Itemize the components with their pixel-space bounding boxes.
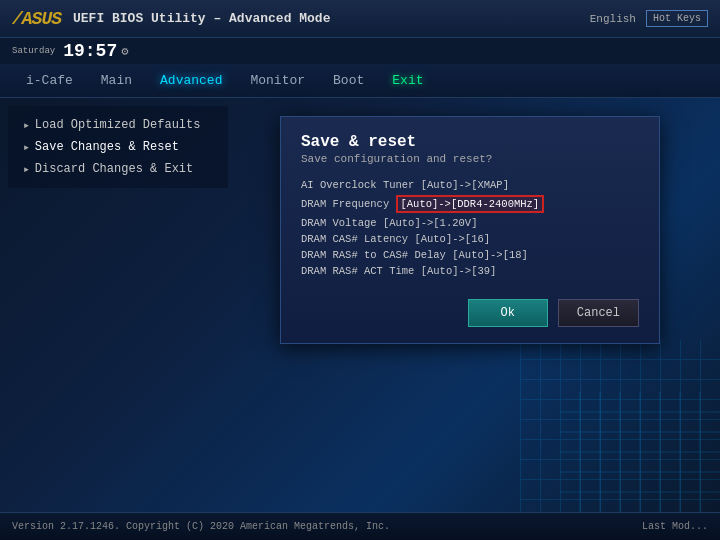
hotkeys-button[interactable]: Hot Keys [646, 10, 708, 27]
sidebar-item-save-reset[interactable]: Save Changes & Reset [24, 136, 212, 158]
header-right: English Hot Keys [590, 10, 708, 27]
bios-title: UEFI BIOS Utility – Advanced Mode [73, 11, 590, 26]
config-text-6: DRAM RAS# ACT Time [Auto]->[39] [301, 265, 496, 277]
sidebar-label-discard: Discard Changes & Exit [35, 162, 193, 176]
nav-item-boot[interactable]: Boot [319, 69, 378, 92]
nav-item-main[interactable]: Main [87, 69, 146, 92]
datetime-bar: Saturday 19:57 ⚙ [0, 38, 720, 64]
footer-bar: Version 2.17.1246. Copyright (C) 2020 Am… [0, 512, 720, 540]
dialog-subtitle: Save configuration and reset? [301, 153, 639, 165]
config-item-1: AI Overclock Tuner [Auto]->[XMAP] [301, 177, 639, 193]
config-item-2: DRAM Frequency [Auto]->[DDR4-2400MHz] [301, 193, 639, 215]
weekday: Saturday [12, 46, 55, 56]
sidebar-item-load-defaults[interactable]: Load Optimized Defaults [24, 114, 212, 136]
config-text-5: DRAM RAS# to CAS# Delay [Auto]->[18] [301, 249, 528, 261]
dialog-buttons: Ok Cancel [301, 299, 639, 327]
config-text-3: DRAM Voltage [Auto]->[1.20V] [301, 217, 477, 229]
cancel-button[interactable]: Cancel [558, 299, 639, 327]
nav-bar: i-Cafe Main Advanced Monitor Boot Exit [0, 64, 720, 98]
config-item-3: DRAM Voltage [Auto]->[1.20V] [301, 215, 639, 231]
decorative-circuit [560, 392, 720, 512]
save-reset-dialog: Save & reset Save configuration and rese… [280, 116, 660, 344]
config-highlight-2: [Auto]->[DDR4-2400MHz] [396, 195, 545, 213]
config-item-6: DRAM RAS# ACT Time [Auto]->[39] [301, 263, 639, 279]
config-prefix-2: DRAM Frequency [301, 198, 396, 210]
ok-button[interactable]: Ok [468, 299, 548, 327]
dialog-title: Save & reset [301, 133, 639, 151]
footer-mode: Last Mod... [642, 521, 708, 532]
sidebar-label-save: Save Changes & Reset [35, 140, 179, 154]
nav-item-exit[interactable]: Exit [378, 69, 437, 92]
left-panel: Load Optimized Defaults Save Changes & R… [8, 106, 228, 354]
nav-item-advanced[interactable]: Advanced [146, 69, 236, 92]
nav-item-icafe[interactable]: i-Cafe [12, 69, 87, 92]
dialog-overlay: Save & reset Save configuration and rese… [228, 106, 712, 354]
config-item-5: DRAM RAS# to CAS# Delay [Auto]->[18] [301, 247, 639, 263]
config-item-4: DRAM CAS# Latency [Auto]->[16] [301, 231, 639, 247]
language-label: English [590, 13, 636, 25]
config-text-4: DRAM CAS# Latency [Auto]->[16] [301, 233, 490, 245]
date-display: Saturday [12, 46, 55, 56]
main-area: Load Optimized Defaults Save Changes & R… [0, 98, 720, 362]
time-display: 19:57 [63, 41, 117, 61]
asus-logo: /ASUS [12, 9, 61, 29]
config-text-1: AI Overclock Tuner [Auto]->[XMAP] [301, 179, 509, 191]
sidebar-menu: Load Optimized Defaults Save Changes & R… [8, 106, 228, 188]
sidebar-label-load: Load Optimized Defaults [35, 118, 201, 132]
gear-icon[interactable]: ⚙ [121, 44, 128, 59]
footer-version: Version 2.17.1246. Copyright (C) 2020 Am… [12, 521, 390, 532]
header-bar: /ASUS UEFI BIOS Utility – Advanced Mode … [0, 0, 720, 38]
nav-item-monitor[interactable]: Monitor [236, 69, 319, 92]
sidebar-item-discard-exit[interactable]: Discard Changes & Exit [24, 158, 212, 180]
